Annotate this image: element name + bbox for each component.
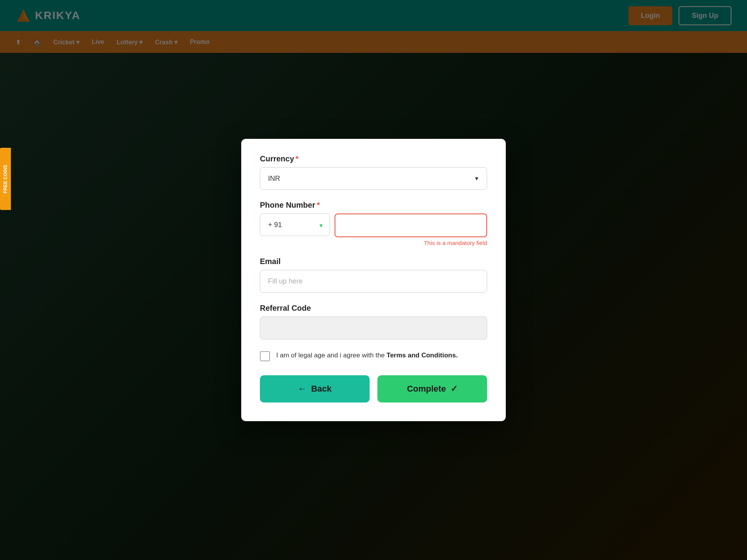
email-input[interactable] bbox=[260, 270, 487, 293]
currency-required-star: * bbox=[296, 154, 299, 163]
currency-select-wrapper: INR USD BDT ▼ bbox=[260, 167, 487, 190]
referral-label: Referral Code bbox=[260, 304, 487, 313]
currency-label: Currency * bbox=[260, 154, 487, 163]
modal-buttons: ← Back Complete ✓ bbox=[260, 375, 487, 402]
phone-required-star: * bbox=[317, 201, 320, 210]
currency-section: Currency * INR USD BDT ▼ bbox=[260, 154, 487, 190]
phone-label: Phone Number * bbox=[260, 201, 487, 210]
modal-backdrop: Currency * INR USD BDT ▼ Phone Number * bbox=[0, 0, 747, 560]
back-button[interactable]: ← Back bbox=[260, 375, 370, 402]
phone-section: Phone Number * + 91 + 1 + 44 + 880 ▼ Thi… bbox=[260, 201, 487, 246]
terms-row: I am of legal age and i agree with the T… bbox=[260, 350, 487, 361]
phone-row: + 91 + 1 + 44 + 880 ▼ bbox=[260, 214, 487, 237]
complete-label: Complete bbox=[407, 384, 446, 394]
back-label: Back bbox=[311, 384, 332, 394]
terms-text: I am of legal age and i agree with the T… bbox=[276, 350, 458, 360]
mandatory-field-error: This is a mandatory field bbox=[260, 240, 487, 246]
country-code-select[interactable]: + 91 + 1 + 44 + 880 bbox=[260, 214, 330, 236]
back-arrow-icon: ← bbox=[298, 384, 307, 394]
complete-check-icon: ✓ bbox=[451, 384, 458, 394]
country-code-wrapper: + 91 + 1 + 44 + 880 ▼ bbox=[260, 214, 330, 237]
email-label: Email bbox=[260, 257, 487, 266]
phone-number-input[interactable] bbox=[335, 214, 487, 237]
referral-code-input[interactable] bbox=[260, 317, 487, 340]
email-section: Email bbox=[260, 257, 487, 293]
terms-link[interactable]: Terms and Conditions. bbox=[387, 352, 458, 359]
complete-button[interactable]: Complete ✓ bbox=[377, 375, 487, 402]
currency-select[interactable]: INR USD BDT bbox=[260, 167, 487, 190]
terms-checkbox[interactable] bbox=[260, 351, 270, 361]
referral-section: Referral Code bbox=[260, 304, 487, 340]
registration-modal: Currency * INR USD BDT ▼ Phone Number * bbox=[241, 139, 506, 421]
